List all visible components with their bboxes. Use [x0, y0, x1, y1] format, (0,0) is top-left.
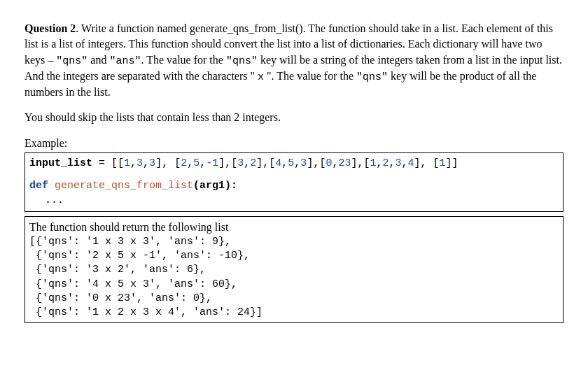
- bracket-open: [[: [111, 157, 124, 169]
- num: 3: [149, 157, 155, 169]
- blank-line: [29, 171, 559, 178]
- ellipsis-line: ...: [29, 193, 559, 208]
- seg: ],[: [218, 157, 237, 169]
- comma: ,: [389, 157, 396, 169]
- function-args: (arg1):: [193, 180, 237, 192]
- output-line-1: [{'qns': '1 x 3 x 3', 'ans': 9},: [29, 235, 559, 249]
- num: 3: [136, 157, 143, 169]
- comma: ,: [281, 157, 288, 169]
- bracket-close: ]]: [446, 157, 458, 169]
- output-line-6: {'qns': '1 x 2 x 3 x 4', 'ans': 24}]: [29, 306, 559, 320]
- code-inline-qns-1: "qns": [56, 55, 88, 67]
- num: 23: [338, 157, 351, 169]
- ellipsis: ...: [29, 193, 64, 208]
- num: 4: [275, 157, 281, 169]
- num: 3: [396, 157, 402, 169]
- keyword-def: def: [29, 180, 48, 192]
- num: 5: [288, 157, 294, 169]
- comma: ,: [200, 157, 206, 169]
- code-inline-qns-2: "qns": [226, 55, 258, 67]
- prompt-mid-1: and: [88, 54, 109, 66]
- seg: ], [: [155, 157, 181, 169]
- seg: ], [: [414, 157, 440, 169]
- num: 2: [382, 157, 388, 169]
- comma: ,: [244, 157, 250, 169]
- num: 2: [250, 157, 256, 169]
- comma: ,: [294, 157, 300, 169]
- function-name: generate_qns_from_list: [48, 180, 193, 192]
- num: 1: [440, 157, 446, 169]
- example-label: Example:: [24, 136, 564, 151]
- code-example-box: input_list = [[1,3,3], [2,5,-1],[3,2],[4…: [24, 152, 564, 212]
- comma: ,: [187, 157, 193, 169]
- num: -1: [206, 157, 218, 169]
- output-intro: The function should return the following…: [29, 220, 559, 235]
- num: 2: [181, 157, 187, 169]
- expected-output-box: The function should return the following…: [24, 216, 564, 323]
- seg: ],[: [351, 157, 370, 169]
- code-inline-x: x: [258, 71, 264, 83]
- comma: ,: [143, 157, 149, 169]
- input-list-line: input_list = [[1,3,3], [2,5,-1],[3,2],[4…: [29, 156, 559, 171]
- num: 1: [124, 157, 130, 169]
- prompt-mid-2: . The value for the: [141, 54, 225, 66]
- var-name: input_list: [29, 157, 92, 169]
- code-inline-qns-3: "qns": [356, 71, 388, 83]
- comma: ,: [130, 157, 136, 169]
- seg: ],[: [256, 157, 275, 169]
- comma: ,: [402, 157, 408, 169]
- num: 3: [237, 157, 244, 169]
- output-line-3: {'qns': '3 x 2', 'ans': 6},: [29, 263, 559, 277]
- output-line-4: {'qns': '4 x 5 x 3', 'ans': 60},: [29, 278, 559, 292]
- seg: ],[: [307, 157, 326, 169]
- prompt-mid-4: ". The value for the: [264, 70, 356, 82]
- skip-instruction: You should skip the lists that contain l…: [24, 110, 564, 125]
- question-prompt: Question 2. Write a function named gener…: [24, 21, 564, 100]
- num: 4: [408, 157, 414, 169]
- equals: =: [92, 157, 111, 169]
- output-line-2: {'qns': '2 x 5 x -1', 'ans': -10},: [29, 249, 559, 263]
- num: 5: [193, 157, 200, 169]
- def-line: def generate_qns_from_list(arg1):: [29, 178, 559, 194]
- output-line-5: {'qns': '0 x 23', 'ans': 0},: [29, 292, 559, 306]
- question-number: Question 2: [24, 22, 76, 34]
- code-inline-ans: "ans": [109, 55, 141, 67]
